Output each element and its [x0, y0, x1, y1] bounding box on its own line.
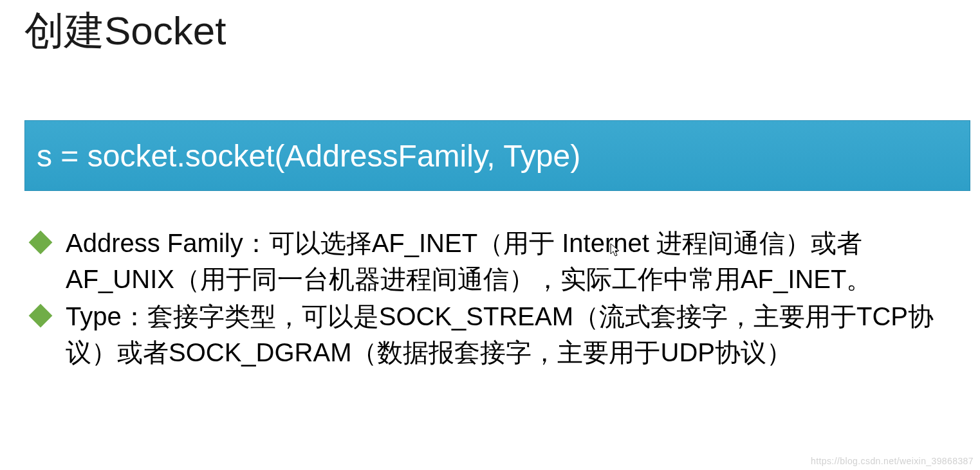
- bullet-text: Type：套接字类型，可以是SOCK_STREAM（流式套接字，主要用于TCP协…: [66, 302, 934, 366]
- code-example-bar: s = socket.socket(AddressFamily, Type): [24, 120, 970, 191]
- slide-title: 创建Socket: [24, 4, 227, 58]
- bullet-text: Address Family：可以选择AF_INET（用于 Internet 进…: [66, 229, 872, 293]
- bullet-item: Address Family：可以选择AF_INET（用于 Internet 进…: [32, 225, 961, 297]
- diamond-bullet-icon: [29, 231, 53, 255]
- bullet-item: Type：套接字类型，可以是SOCK_STREAM（流式套接字，主要用于TCP协…: [32, 298, 961, 370]
- code-text: s = socket.socket(AddressFamily, Type): [37, 138, 580, 174]
- slide: 创建Socket s = socket.socket(AddressFamily…: [0, 0, 980, 470]
- diamond-bullet-icon: [29, 304, 53, 328]
- watermark-text: https://blog.csdn.net/weixin_39868387: [811, 456, 974, 466]
- bullet-list: Address Family：可以选择AF_INET（用于 Internet 进…: [32, 225, 961, 372]
